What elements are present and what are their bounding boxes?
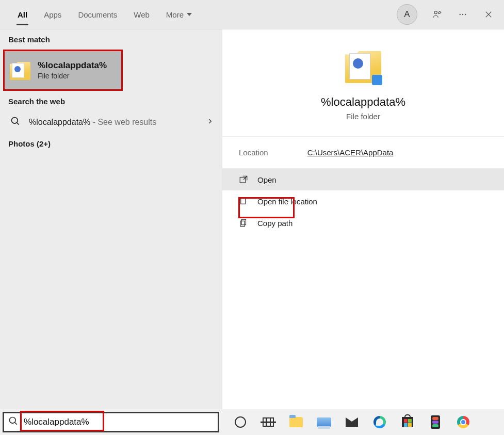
more-options-icon[interactable] (452, 4, 473, 25)
results-pane: Best match %localappdata% File folder Se… (0, 29, 222, 409)
photos-heading[interactable]: Photos (2+) (0, 134, 222, 153)
search-icon (8, 416, 19, 428)
folder-icon (10, 60, 30, 80)
svg-point-0 (434, 11, 437, 14)
keyboard-app-icon[interactable] (317, 415, 331, 429)
svg-rect-6 (241, 198, 246, 204)
svg-point-1 (460, 14, 461, 15)
preview-subtitle: File folder (346, 112, 380, 121)
taskbar (0, 409, 504, 435)
svg-rect-8 (240, 221, 245, 227)
action-open-location-label: Open file location (257, 197, 317, 206)
action-open[interactable]: Open (222, 169, 504, 190)
chrome-icon[interactable] (456, 415, 470, 429)
search-box[interactable] (3, 412, 219, 432)
svg-rect-7 (241, 219, 246, 225)
mail-icon[interactable] (345, 415, 359, 429)
open-icon (239, 175, 248, 184)
action-open-file-location[interactable]: Open file location (222, 190, 504, 212)
search-icon (10, 116, 21, 128)
tab-more-label: More (166, 10, 184, 19)
tab-all[interactable]: All (9, 2, 36, 27)
tab-documents[interactable]: Documents (70, 2, 125, 27)
copy-icon (239, 218, 248, 228)
web-result-suffix: - See web results (90, 118, 156, 126)
search-web-heading: Search the web (0, 91, 222, 111)
web-result-text: %localappdata% - See web results (29, 118, 156, 127)
action-copy-path-label: Copy path (257, 219, 292, 228)
file-explorer-icon[interactable] (289, 415, 303, 429)
figma-icon[interactable] (428, 415, 443, 429)
feedback-icon[interactable] (427, 4, 447, 25)
location-row: Location C:\Users\ACER\AppData (222, 137, 504, 169)
user-avatar[interactable]: A (397, 4, 417, 25)
chevron-down-icon (187, 13, 192, 16)
filter-tabs: All Apps Documents Web More (9, 2, 200, 27)
tab-web[interactable]: Web (125, 2, 158, 27)
action-copy-path[interactable]: Copy path (222, 212, 504, 234)
best-match-title: %localappdata% (38, 60, 107, 71)
folder-open-icon (239, 197, 248, 206)
folder-icon (345, 49, 381, 83)
web-result-term: %localappdata% (29, 118, 90, 126)
close-icon[interactable] (478, 4, 499, 25)
best-match-result[interactable]: %localappdata% File folder (4, 50, 122, 90)
svg-point-2 (462, 14, 463, 15)
preview-title: %localappdata% (321, 95, 405, 109)
location-link[interactable]: C:\Users\ACER\AppData (307, 148, 394, 157)
cortana-icon[interactable] (233, 415, 248, 429)
edge-icon[interactable] (372, 415, 387, 429)
svg-point-4 (12, 118, 18, 124)
preview-pane: %localappdata% File folder Location C:\U… (222, 29, 504, 409)
svg-point-9 (10, 417, 16, 424)
best-match-subtitle: File folder (38, 72, 107, 80)
search-input[interactable] (24, 413, 214, 431)
action-open-label: Open (257, 175, 277, 184)
chevron-right-icon (206, 118, 214, 127)
tab-more[interactable]: More (158, 2, 200, 27)
task-view-icon[interactable] (261, 415, 275, 429)
search-header: All Apps Documents Web More A (0, 0, 504, 29)
web-search-result[interactable]: %localappdata% - See web results (0, 111, 222, 134)
tab-apps[interactable]: Apps (36, 2, 70, 27)
store-icon[interactable] (400, 415, 415, 429)
svg-point-3 (465, 14, 466, 15)
best-match-heading: Best match (0, 29, 222, 49)
location-label: Location (239, 148, 268, 157)
